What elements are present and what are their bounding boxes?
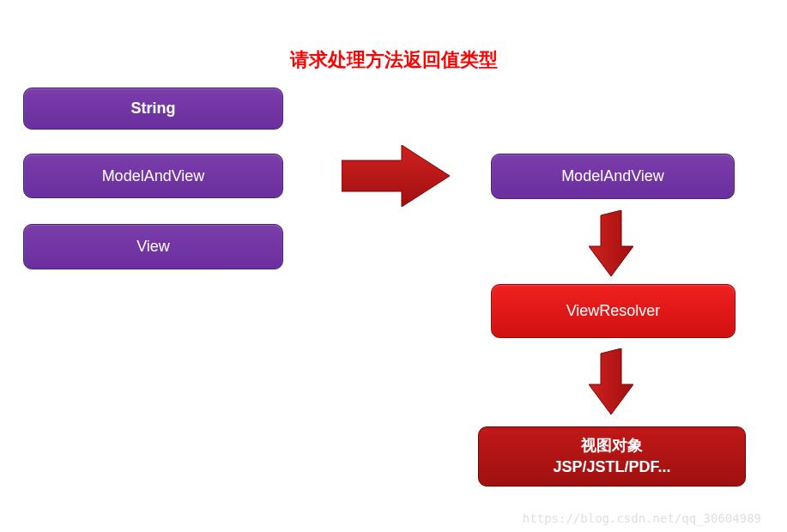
- box-view-object: 视图对象 JSP/JSTL/PDF...: [478, 426, 746, 487]
- box-view: View: [23, 224, 283, 269]
- box-view-object-line2: JSP/JSTL/PDF...: [553, 456, 670, 478]
- svg-marker-0: [342, 145, 450, 207]
- svg-marker-1: [589, 210, 633, 276]
- box-string-label: String: [131, 100, 176, 118]
- arrow-down-icon-2: [589, 348, 633, 414]
- diagram-title: 请求处理方法返回值类型: [0, 47, 787, 73]
- box-view-resolver-label: ViewResolver: [566, 302, 661, 320]
- box-model-and-view-right: ModelAndView: [491, 154, 735, 199]
- box-model-and-view-left: ModelAndView: [23, 154, 283, 198]
- box-string: String: [23, 88, 283, 130]
- box-view-resolver: ViewResolver: [491, 284, 736, 338]
- arrow-down-icon-1: [589, 210, 633, 276]
- watermark: https://blog.csdn.net/qq_30604989: [523, 511, 761, 525]
- svg-marker-2: [589, 348, 633, 414]
- box-view-label: View: [136, 238, 170, 256]
- box-model-and-view-left-label: ModelAndView: [102, 167, 205, 185]
- arrow-right-icon: [342, 145, 450, 207]
- box-view-object-line1: 视图对象: [581, 435, 643, 456]
- box-model-and-view-right-label: ModelAndView: [561, 167, 664, 185]
